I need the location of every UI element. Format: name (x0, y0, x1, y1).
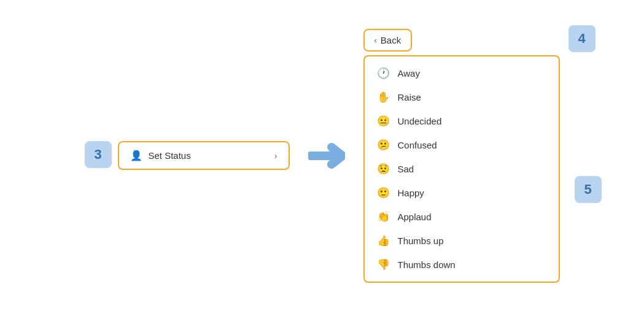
set-status-button[interactable]: 👤 Set Status › (118, 141, 290, 170)
away-icon: 🕐 (377, 67, 390, 80)
thumbs-up-label: Thumbs up (398, 236, 444, 246)
step-4-badge-container: 4 (568, 25, 596, 52)
raise-label: Raise (398, 92, 421, 102)
raise-icon: ✋ (377, 91, 390, 104)
menu-item-thumbs-down[interactable]: 👎 Thumbs down (365, 253, 559, 277)
right-panel: ‹ Back 🕐 Away ✋ Raise 😐 Undecided (363, 29, 560, 283)
confused-icon: 😕 (377, 139, 390, 152)
back-label: Back (381, 35, 401, 45)
applaud-label: Applaud (398, 212, 432, 222)
undecided-icon: 😐 (377, 115, 390, 128)
happy-label: Happy (398, 188, 424, 198)
forward-arrow-icon (308, 142, 345, 169)
back-button[interactable]: ‹ Back (363, 29, 413, 52)
set-status-inner: 👤 Set Status (130, 150, 191, 161)
menu-item-applaud[interactable]: 👏 Applaud (365, 205, 559, 229)
menu-item-raise[interactable]: ✋ Raise (365, 85, 559, 109)
happy-icon: 🙂 (377, 186, 390, 199)
arrow-right (308, 142, 345, 169)
back-row: ‹ Back (363, 29, 560, 52)
menu-item-away[interactable]: 🕐 Away (365, 61, 559, 85)
right-section: ‹ Back 🕐 Away ✋ Raise 😐 Undecided (363, 29, 560, 283)
step-3-badge: 3 (85, 141, 112, 168)
undecided-label: Undecided (398, 116, 442, 126)
menu-item-undecided[interactable]: 😐 Undecided (365, 109, 559, 133)
sad-label: Sad (398, 164, 414, 174)
step-5-badge: 5 (575, 176, 602, 203)
thumbs-up-icon: 👍 (377, 234, 390, 247)
step-4-badge: 4 (568, 25, 596, 52)
menu-item-thumbs-up[interactable]: 👍 Thumbs up (365, 229, 559, 253)
confused-label: Confused (398, 140, 437, 150)
sad-icon: 😟 (377, 163, 390, 175)
status-menu: 🕐 Away ✋ Raise 😐 Undecided 😕 Confused 😟 (363, 55, 560, 283)
thumbs-down-icon: 👎 (377, 258, 390, 271)
menu-item-confused[interactable]: 😕 Confused (365, 133, 559, 157)
applaud-icon: 👏 (377, 210, 390, 223)
menu-item-happy[interactable]: 🙂 Happy (365, 181, 559, 205)
back-chevron-icon: ‹ (374, 36, 377, 45)
user-icon: 👤 (130, 150, 142, 161)
step-5-badge-container: 5 (575, 176, 602, 203)
left-panel: 3 👤 Set Status › (85, 141, 290, 170)
thumbs-down-label: Thumbs down (398, 259, 456, 270)
menu-item-sad[interactable]: 😟 Sad (365, 157, 559, 181)
main-layout: 3 👤 Set Status › ‹ Back (85, 29, 560, 283)
set-status-chevron: › (274, 151, 277, 161)
away-label: Away (398, 68, 420, 79)
set-status-label: Set Status (149, 150, 191, 161)
